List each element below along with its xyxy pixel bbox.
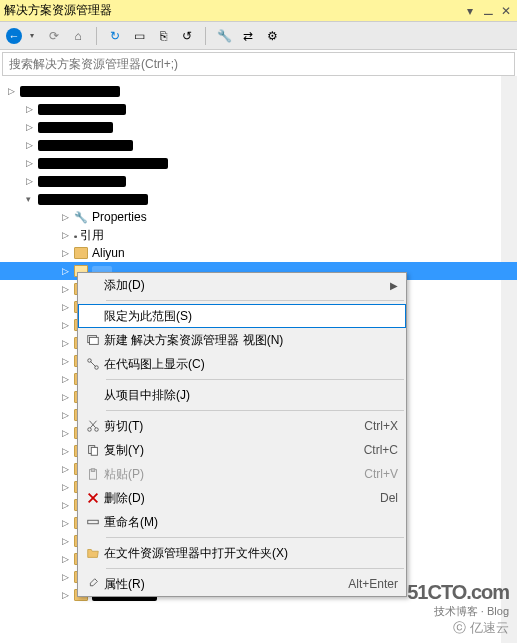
svg-line-8 (90, 421, 96, 428)
properties-icon (82, 577, 104, 591)
menu-label: 删除(D) (104, 490, 380, 507)
watermark-line1: 51CTO.com (407, 581, 509, 604)
dropdown-icon[interactable]: ▾ (463, 4, 477, 18)
menu-item[interactable]: 属性(R)Alt+Enter (78, 572, 406, 596)
submenu-arrow-icon: ▶ (390, 280, 398, 291)
pin-icon[interactable]: ⚊ (481, 4, 495, 18)
svg-line-7 (90, 421, 96, 428)
menu-label: 从项目中排除(J) (104, 387, 398, 404)
menu-separator (106, 410, 404, 411)
collapse-button[interactable]: ▭ (131, 28, 147, 44)
new-view-icon (82, 333, 104, 347)
menu-shortcut: Ctrl+X (364, 419, 398, 433)
folder-icon (74, 247, 88, 259)
node-label: Properties (92, 210, 147, 224)
menu-item[interactable]: 在文件资源管理器中打开文件夹(X) (78, 541, 406, 565)
open-folder-icon (82, 546, 104, 560)
search-input[interactable] (3, 53, 514, 75)
tree-node[interactable]: ▷ (8, 82, 517, 100)
menu-label: 在代码图上显示(C) (104, 356, 398, 373)
tree-node[interactable]: ▾ (8, 190, 517, 208)
menu-label: 复制(Y) (104, 442, 364, 459)
menu-label: 剪切(T) (104, 418, 364, 435)
home-button[interactable]: ⌂ (70, 28, 86, 44)
node-label: Aliyun (92, 246, 125, 260)
svg-line-4 (90, 361, 95, 366)
menu-item: 粘贴(P)Ctrl+V (78, 462, 406, 486)
menu-item[interactable]: 重命名(M) (78, 510, 406, 534)
close-icon[interactable]: ✕ (499, 4, 513, 18)
window-title: 解决方案资源管理器 (4, 2, 112, 19)
menu-separator (106, 537, 404, 538)
menu-shortcut: Ctrl+V (364, 467, 398, 481)
menu-item[interactable]: 限定为此范围(S) (78, 304, 406, 328)
tree-node-properties[interactable]: ▷Properties (8, 208, 517, 226)
rename-icon (82, 515, 104, 529)
svg-rect-12 (91, 469, 95, 472)
tree-node[interactable]: ▷ (8, 100, 517, 118)
svg-point-6 (95, 428, 99, 432)
showall-button[interactable]: ⇄ (240, 28, 256, 44)
sync-button[interactable]: ↻ (107, 28, 123, 44)
tree-node[interactable]: ▷ (8, 136, 517, 154)
menu-label: 粘贴(P) (104, 466, 364, 483)
back-button[interactable]: ← (6, 28, 22, 44)
menu-item[interactable]: 添加(D)▶ (78, 273, 406, 297)
codemap-icon (82, 357, 104, 371)
search-bar[interactable] (2, 52, 515, 76)
menu-label: 重命名(M) (104, 514, 398, 531)
menu-separator (106, 379, 404, 380)
menu-shortcut: Del (380, 491, 398, 505)
menu-item[interactable]: 在代码图上显示(C) (78, 352, 406, 376)
menu-item[interactable]: 新建 解决方案资源管理器 视图(N) (78, 328, 406, 352)
tree-node[interactable]: ▷ (8, 172, 517, 190)
watermark: 51CTO.com 技术博客 · Blog ⓒ 亿速云 (407, 581, 509, 637)
wrench-icon (74, 210, 92, 224)
copy-button[interactable]: ⎘ (155, 28, 171, 44)
tree-node-aliyun[interactable]: ▷Aliyun (8, 244, 517, 262)
delete-icon (82, 491, 104, 505)
menu-label: 新建 解决方案资源管理器 视图(N) (104, 332, 398, 349)
view-button[interactable]: ⚙ (264, 28, 280, 44)
titlebar: 解决方案资源管理器 ▾ ⚊ ✕ (0, 0, 517, 22)
context-menu: 添加(D)▶限定为此范围(S)新建 解决方案资源管理器 视图(N)在代码图上显示… (77, 272, 407, 597)
menu-item[interactable]: 删除(D)Del (78, 486, 406, 510)
menu-item[interactable]: 复制(Y)Ctrl+C (78, 438, 406, 462)
refresh-button[interactable]: ↺ (179, 28, 195, 44)
cut-icon (82, 419, 104, 433)
svg-rect-1 (90, 337, 99, 344)
forward-button[interactable]: ⟳ (46, 28, 62, 44)
copy-icon (82, 443, 104, 457)
tree-node[interactable]: ▷ (8, 118, 517, 136)
svg-rect-10 (91, 447, 97, 455)
back-dropdown[interactable]: ▾ (30, 31, 38, 40)
svg-rect-15 (88, 520, 99, 524)
menu-label: 添加(D) (104, 277, 390, 294)
menu-label: 限定为此范围(S) (104, 308, 398, 325)
tree-node-references[interactable]: ▷引用 (8, 226, 517, 244)
toolbar: ← ▾ ⟳ ⌂ ↻ ▭ ⎘ ↺ 🔧 ⇄ ⚙ (0, 22, 517, 50)
menu-shortcut: Alt+Enter (348, 577, 398, 591)
properties-button[interactable]: 🔧 (216, 28, 232, 44)
menu-label: 属性(R) (104, 576, 348, 593)
node-label: 引用 (80, 227, 104, 244)
paste-icon (82, 467, 104, 481)
menu-separator (106, 568, 404, 569)
menu-item[interactable]: 剪切(T)Ctrl+X (78, 414, 406, 438)
watermark-line2: 技术博客 · Blog (407, 604, 509, 619)
watermark-line3: ⓒ 亿速云 (407, 619, 509, 637)
menu-label: 在文件资源管理器中打开文件夹(X) (104, 545, 398, 562)
menu-item[interactable]: 从项目中排除(J) (78, 383, 406, 407)
menu-shortcut: Ctrl+C (364, 443, 398, 457)
menu-separator (106, 300, 404, 301)
svg-point-5 (88, 428, 92, 432)
tree-node[interactable]: ▷ (8, 154, 517, 172)
